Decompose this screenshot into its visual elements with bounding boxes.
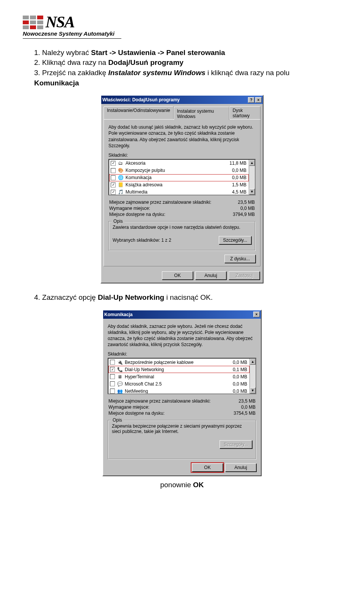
component-size: 0,0 MB xyxy=(224,381,248,387)
step2-text: 2. Kliknąć dwa razy na xyxy=(34,58,108,66)
description-text-2: Zapewnia bezpieczne połączenie z sieciam… xyxy=(112,423,252,434)
listbox-items-2: 🔌Bezpośrednie połączenie kablowe0,0 MB✓📞… xyxy=(108,359,249,394)
scroll-track[interactable] xyxy=(249,166,255,189)
description-fieldset-2: Opis Zapewnia bezpieczne połączenie z si… xyxy=(108,420,256,460)
component-icon: 🔌 xyxy=(117,360,123,365)
component-size: 0,1 MB xyxy=(224,367,248,372)
list-item[interactable]: 🌐Komunikacja0,0 MB xyxy=(109,174,249,181)
dialog-add-remove-programs: Właściwości: Dodaj/Usuń programy ? × Ins… xyxy=(100,95,264,283)
checkbox[interactable] xyxy=(110,374,115,379)
component-label: Akcesoria xyxy=(126,161,221,166)
free-space-label-2: Miejsce dostępne na dysku: xyxy=(108,411,165,416)
cancel-button[interactable]: Anuluj xyxy=(195,271,226,280)
list-item[interactable]: ✓🗂Akcesoria11,8 MB xyxy=(109,160,249,167)
component-label: Kompozycje pulpitu xyxy=(126,168,221,173)
checkbox[interactable]: ✓ xyxy=(110,367,115,372)
step1-text: 1. Należy wybrać xyxy=(34,49,91,57)
component-icon: 🖥 xyxy=(117,374,123,379)
list-item[interactable]: 🖥HyperTerminal0,0 MB xyxy=(108,373,249,380)
ok-button-2[interactable]: OK xyxy=(192,463,223,472)
checkbox[interactable] xyxy=(111,175,116,180)
components-label: Składniki: xyxy=(108,153,256,158)
component-icon: 📞 xyxy=(117,367,123,372)
apply-button[interactable]: Zastosuj xyxy=(229,271,260,280)
step4-text-c: i nacisnąć OK. xyxy=(164,293,213,301)
step3-bold: Komunikacja xyxy=(34,79,79,87)
details-button[interactable]: Szczegóły... xyxy=(219,236,251,244)
component-label: Książka adresowa xyxy=(126,182,221,187)
scroll-track-2[interactable] xyxy=(250,365,256,387)
step1-bold: Start -> Ustawienia -> Panel sterowania xyxy=(91,49,225,57)
dialog-buttons: OK Anuluj Zastosuj xyxy=(101,269,263,283)
free-space-label: Miejsce dostępne na dysku: xyxy=(109,212,165,217)
scroll-up-icon[interactable]: ▲ xyxy=(249,160,255,166)
ok-button[interactable]: OK xyxy=(162,271,193,280)
logo-block: NSA Nowoczesne Systemy Automatyki xyxy=(23,15,341,39)
component-icon: 🎨 xyxy=(118,168,124,173)
checkbox[interactable] xyxy=(110,381,115,386)
description-fieldset: Opis Zawiera standardowe opcje i nowe na… xyxy=(108,221,256,251)
checkbox[interactable] xyxy=(110,360,115,365)
list-item[interactable]: ✓🎵Multimedia4,5 MB xyxy=(109,189,249,195)
cancel-button-2[interactable]: Anuluj xyxy=(225,463,256,472)
step4-bold: Dial-Up Networking xyxy=(98,293,164,301)
checkbox[interactable]: ✓ xyxy=(111,183,116,187)
list-item[interactable]: ✓📒Książka adresowa1,5 MB xyxy=(109,181,249,189)
list-item[interactable]: ✓📞Dial-Up Networking0,1 MB xyxy=(108,366,249,373)
component-size: 0,0 MB xyxy=(224,374,248,379)
component-icon: 🗂 xyxy=(118,161,124,166)
component-size: 0,0 MB xyxy=(224,360,248,365)
close-button-2[interactable]: × xyxy=(253,312,260,317)
component-size: 0,0 MB xyxy=(224,389,248,394)
component-icon: 👥 xyxy=(117,389,123,394)
component-label: Microsoft Chat 2.5 xyxy=(125,381,222,387)
list-item[interactable]: 🔌Bezpośrednie połączenie kablowe0,0 MB xyxy=(108,359,249,366)
list-item[interactable]: 🎨Kompozycje pulpitu0,0 MB xyxy=(109,167,249,174)
step2-bold: Dodaj/Usuń programy xyxy=(108,58,183,66)
tab-startup-disk[interactable]: Dysk startowy xyxy=(229,106,260,120)
components-listbox[interactable]: ✓🗂Akcesoria11,8 MB🎨Kompozycje pulpitu0,0… xyxy=(108,159,256,195)
tab-install-uninstall[interactable]: Instalowanie/Odinstalowywanie xyxy=(104,106,174,120)
free-space-value-2: 3754,5 MB xyxy=(234,411,256,416)
scroll-down-icon-2[interactable]: ▼ xyxy=(250,387,256,394)
instructions-block-2: 4. Zaznaczyć opcję Dial-Up Networking i … xyxy=(34,293,330,303)
list-item[interactable]: 💬Microsoft Chat 2.50,0 MB xyxy=(108,380,249,387)
titlebar: Właściwości: Dodaj/Usuń programy ? × xyxy=(101,96,263,104)
component-icon: 📒 xyxy=(118,182,124,187)
component-label: Dial-Up Networking xyxy=(125,367,222,372)
scrollbar-2[interactable]: ▲ ▼ xyxy=(249,359,256,394)
list-item[interactable]: 👥NetMeeting0,0 MB xyxy=(108,387,249,394)
used-space-value: 23,5 MB xyxy=(238,200,255,205)
component-icon: 🌐 xyxy=(118,175,124,180)
used-space-label: Miejsce zajmowane przez zainstalowane sk… xyxy=(109,200,211,205)
step4-text-a: 4. Zaznaczyć opcję xyxy=(34,293,98,301)
panel-description: Aby dodać lub usunąć jakiś składnik, zaz… xyxy=(108,124,256,149)
close-button[interactable]: × xyxy=(255,97,262,103)
help-button[interactable]: ? xyxy=(248,97,254,103)
from-disk-button[interactable]: Z dysku... xyxy=(224,255,256,263)
step3-text-a: 3. Przejść na zakładkę xyxy=(34,69,108,77)
tab-windows-setup[interactable]: Instalator systemu Windows xyxy=(174,107,229,120)
checkbox[interactable]: ✓ xyxy=(111,190,116,195)
scroll-down-icon[interactable]: ▼ xyxy=(249,189,255,195)
free-space-value: 3794,9 MB xyxy=(233,212,255,217)
dialog-title-2: Komunikacja xyxy=(104,312,133,317)
checkbox[interactable] xyxy=(110,389,115,394)
components-label-2: Składniki: xyxy=(108,351,256,357)
scrollbar[interactable]: ▲ ▼ xyxy=(249,160,255,195)
details-button-2[interactable]: Szczegóły... xyxy=(220,440,252,449)
component-size: 1,5 MB xyxy=(223,182,247,187)
components-listbox-2[interactable]: 🔌Bezpośrednie połączenie kablowe0,0 MB✓📞… xyxy=(108,358,256,394)
component-label: Multimedia xyxy=(126,189,221,195)
space-info: Miejsce zajmowane przez zainstalowane sk… xyxy=(108,199,256,217)
dialog-komunikacja: Komunikacja × Aby dodać składnik, zaznac… xyxy=(102,310,262,477)
component-label: HyperTerminal xyxy=(125,374,222,379)
logo-text: NSA xyxy=(46,15,74,30)
checkbox[interactable] xyxy=(111,168,116,173)
checkbox[interactable]: ✓ xyxy=(111,161,116,166)
component-label: Bezpośrednie połączenie kablowe xyxy=(125,360,222,365)
scroll-up-icon-2[interactable]: ▲ xyxy=(250,359,256,365)
required-space-label: Wymagane miejsce: xyxy=(109,206,150,211)
space-info-2: Miejsce zajmowane przez zainstalowane sk… xyxy=(108,398,256,416)
description-text: Zawiera standardowe opcje i nowe narzędz… xyxy=(113,225,251,230)
